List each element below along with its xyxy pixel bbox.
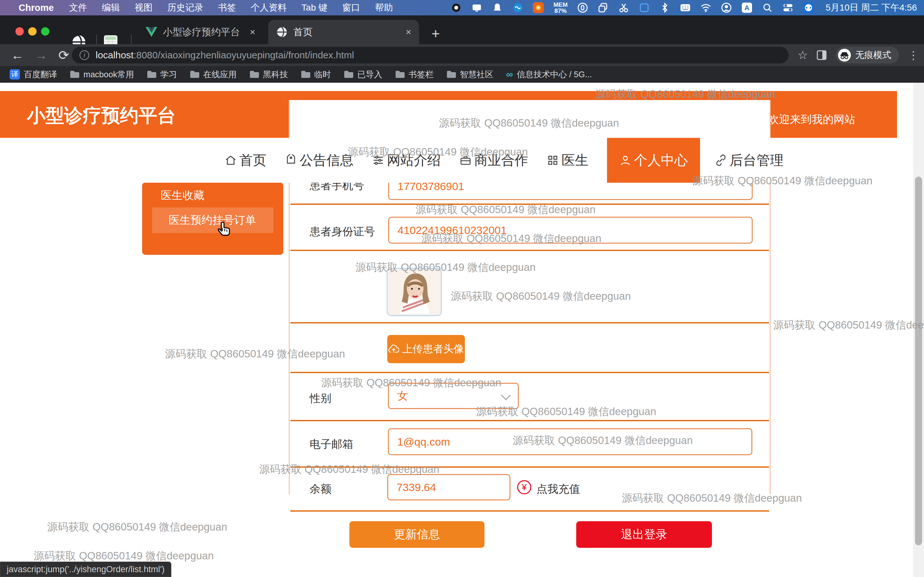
balance-label: 余额 xyxy=(310,482,331,496)
screen: Chrome 文件 编辑 视图 历史记录 书签 个人资料 Tab 键 窗口 帮助… xyxy=(0,0,924,577)
watermark: 源码获取 QQ86050149 微信deepguan xyxy=(415,203,596,217)
bookmarks-bar: 译百度翻译 macbook常用 学习 在线应用 黑科技 临时 已导入 书签栏 智… xyxy=(0,66,924,83)
chrome-menu-icon[interactable]: ⋮ xyxy=(908,49,919,61)
tag-icon xyxy=(285,154,297,166)
chrome-tabstrip: 小型诊疗预约平台 × 首页 × + xyxy=(0,15,924,44)
teamviewer-icon[interactable] xyxy=(803,2,814,13)
yen-icon[interactable]: ¥ xyxy=(517,480,531,494)
window-minimize-button[interactable] xyxy=(28,27,37,35)
nav-label: 医生 xyxy=(561,151,588,169)
record-icon[interactable] xyxy=(451,2,462,13)
menu-file[interactable]: 文件 xyxy=(69,2,87,14)
grid-icon xyxy=(547,154,559,166)
folder-icon xyxy=(70,71,79,78)
bookmark-folder-blacktech[interactable]: 黑科技 xyxy=(250,69,288,80)
watermark: 源码获取 QQ86050149 微信deepguan xyxy=(355,260,535,275)
translate-icon: 译 xyxy=(10,69,20,79)
folder-icon xyxy=(447,71,456,78)
nav-doctors[interactable]: 医生 xyxy=(547,151,588,169)
tab-clinic-platform[interactable]: 小型诊疗预约平台 × xyxy=(138,20,263,44)
new-tab-button[interactable]: + xyxy=(431,26,440,42)
update-info-button[interactable]: 更新信息 xyxy=(349,521,485,548)
bookmark-folder-temp[interactable]: 临时 xyxy=(301,69,331,80)
macos-menubar: Chrome 文件 编辑 视图 历史记录 书签 个人资料 Tab 键 窗口 帮助… xyxy=(0,0,924,15)
bookmark-it-center[interactable]: ∞信息技术中心 / 5G... xyxy=(506,69,592,80)
gear-app-icon[interactable] xyxy=(533,2,544,13)
url-host: localhost xyxy=(95,50,134,61)
patient-avatar[interactable] xyxy=(387,268,442,316)
bookmark-folder-study[interactable]: 学习 xyxy=(147,69,177,80)
forward-button[interactable]: → xyxy=(35,48,47,63)
scissors-icon[interactable] xyxy=(618,2,629,13)
toolbar-actions: ☆ 无痕模式 ⋮ xyxy=(798,44,919,66)
menu-tab[interactable]: Tab 键 xyxy=(302,2,328,14)
windows-copy-icon[interactable] xyxy=(598,2,609,13)
keyboard-icon[interactable] xyxy=(680,2,691,13)
nav-label: 首页 xyxy=(239,151,266,169)
upload-label: 上传患者头像 xyxy=(402,342,464,356)
tab-close-icon[interactable]: × xyxy=(405,27,411,37)
active-app-name[interactable]: Chrome xyxy=(19,3,54,13)
menu-history[interactable]: 历史记录 xyxy=(168,2,204,14)
reload-button[interactable]: ⟳ xyxy=(58,48,69,63)
bookmark-folder-online-apps[interactable]: 在线应用 xyxy=(190,69,237,80)
bookmark-folder-imported[interactable]: 已导入 xyxy=(344,69,383,80)
recharge-link[interactable]: 点我充值 xyxy=(536,482,580,496)
nav-personal-center[interactable]: 个人中心 xyxy=(607,138,700,183)
bookmark-folder-bookmarks-bar[interactable]: 书签栏 xyxy=(395,69,434,80)
tab-close-icon[interactable]: × xyxy=(250,27,255,37)
spotlight-icon[interactable] xyxy=(762,2,773,13)
bookmark-label: 书签栏 xyxy=(409,69,434,80)
menu-window[interactable]: 窗口 xyxy=(342,2,360,14)
mem-indicator[interactable]: MEM 87% xyxy=(553,2,567,14)
chrome-toolbar: ← → ⟳ i localhost:8080/xiaoxingzhenliaoy… xyxy=(0,44,924,66)
nav-admin[interactable]: 后台管理 xyxy=(715,151,783,169)
watermark: 源码获取 QQ86050149 微信deepguan xyxy=(47,520,227,534)
tab-title: 小型诊疗预约平台 xyxy=(163,26,240,39)
site-info-icon[interactable]: i xyxy=(79,50,89,60)
control-center-icon[interactable] xyxy=(782,2,793,13)
profile-sidebar: 医生收藏 医生预约挂号订单 xyxy=(142,182,283,255)
notification-icon[interactable] xyxy=(492,2,503,13)
sidebar-item-doctor-orders[interactable]: 医生预约挂号订单 xyxy=(152,207,273,233)
menu-bookmarks[interactable]: 书签 xyxy=(218,2,236,14)
bookmark-label: 在线应用 xyxy=(204,69,237,80)
display-icon[interactable] xyxy=(471,2,482,13)
wifi-icon[interactable] xyxy=(700,2,711,13)
window-zoom-button[interactable] xyxy=(41,27,49,35)
upload-avatar-button[interactable]: 上传患者头像 xyxy=(387,335,465,363)
sidebar-item-doctor-favorites[interactable]: 医生收藏 xyxy=(161,188,204,203)
bookmark-folder-smart-community[interactable]: 智慧社区 xyxy=(447,69,493,80)
email-value: 1@qq.com xyxy=(397,436,450,448)
menu-edit[interactable]: 编辑 xyxy=(102,2,120,14)
bookmark-baidu-translate[interactable]: 译百度翻译 xyxy=(10,69,57,80)
site-title: 小型诊疗预约平台 xyxy=(27,103,176,128)
watermark: 源码获取 QQ86050149 微信deepguan xyxy=(259,462,439,477)
onepassword-icon[interactable] xyxy=(577,2,588,13)
bookmark-folder-macbook[interactable]: macbook常用 xyxy=(70,69,134,80)
account-icon[interactable] xyxy=(721,2,732,13)
screen-frame-icon[interactable] xyxy=(639,2,650,13)
nav-home[interactable]: 首页 xyxy=(225,151,266,169)
balance-input[interactable]: 7339.64 xyxy=(387,474,510,500)
wave-app-icon[interactable] xyxy=(512,2,523,13)
menu-profile[interactable]: 个人资料 xyxy=(251,2,287,14)
input-method-icon[interactable]: A xyxy=(741,2,752,13)
url-bar[interactable]: i localhost:8080/xiaoxingzhenliaoyuyuepi… xyxy=(72,47,788,63)
side-panel-icon[interactable] xyxy=(817,50,827,60)
bookmark-star-icon[interactable]: ☆ xyxy=(798,48,808,62)
bluetooth-icon[interactable] xyxy=(659,2,670,13)
nav-announcements[interactable]: 公告信息 xyxy=(285,151,354,169)
menu-help[interactable]: 帮助 xyxy=(375,2,393,14)
back-button[interactable]: ← xyxy=(11,48,24,63)
menubar-clock[interactable]: 5月10日 周二 下午4:56 xyxy=(825,2,917,14)
menu-view[interactable]: 视图 xyxy=(135,2,153,14)
logout-button[interactable]: 退出登录 xyxy=(576,521,712,548)
tab-home-active[interactable]: 首页 × xyxy=(268,20,419,44)
scrollbar-thumb[interactable] xyxy=(915,177,922,545)
row-divider xyxy=(290,420,769,421)
window-close-button[interactable] xyxy=(15,27,24,35)
watermark: 源码获取 QQ86050149 微信deepguan xyxy=(476,405,656,419)
folder-icon xyxy=(301,71,310,78)
watermark: 源码获取 QQ86050149 微信deepguan xyxy=(622,491,802,506)
